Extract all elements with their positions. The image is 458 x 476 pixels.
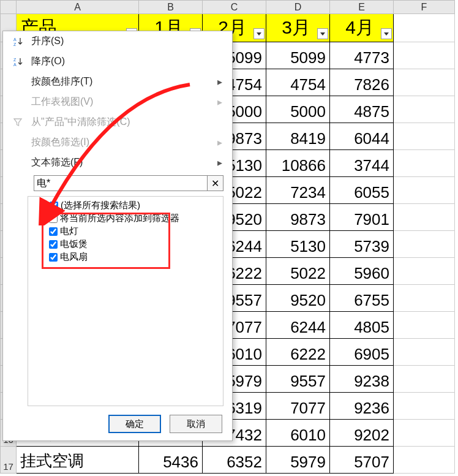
cell[interactable] (394, 96, 455, 123)
tree-select-all[interactable]: ⊟ (选择所有搜索结果) (31, 199, 220, 212)
menu-filter-by-color: 按颜色筛选(I) ▸ (3, 132, 232, 153)
cell[interactable]: 5960 (330, 258, 394, 285)
menu-label: 按颜色排序(T) (31, 75, 92, 88)
tree-label: 电风扇 (60, 251, 88, 263)
cell[interactable]: 6055 (330, 177, 394, 204)
cell[interactable] (394, 150, 455, 177)
cell[interactable] (394, 69, 455, 96)
cell[interactable]: 9202 (330, 420, 394, 447)
filter-button-D[interactable] (317, 28, 328, 39)
cell[interactable] (394, 177, 455, 204)
select-all-corner[interactable] (1, 1, 17, 14)
cell[interactable]: 6222 (266, 339, 330, 366)
cell[interactable]: 4805 (330, 312, 394, 339)
filter-button-E[interactable] (381, 28, 392, 39)
cell[interactable]: 6755 (330, 285, 394, 312)
tree-item[interactable]: 电灯 (31, 225, 220, 238)
checkbox[interactable] (49, 227, 58, 236)
svg-text:Z: Z (13, 58, 17, 62)
checkbox[interactable] (50, 202, 58, 210)
filter-search-input[interactable] (34, 175, 208, 191)
tree-add-current[interactable]: 将当前所选内容添加到筛选器 (31, 212, 220, 225)
cell[interactable]: 7234 (266, 177, 330, 204)
menu-sort-asc[interactable]: AZ 升序(S) (3, 31, 232, 51)
cell[interactable] (394, 312, 455, 339)
cell[interactable]: 4773 (330, 42, 394, 69)
checkbox[interactable] (49, 214, 58, 223)
cell[interactable]: 4754 (266, 69, 330, 96)
cell[interactable]: 5739 (330, 231, 394, 258)
cell[interactable] (394, 447, 455, 474)
menu-sort-by-color[interactable]: 按颜色排序(T) ▸ (3, 72, 232, 92)
cell[interactable] (394, 420, 455, 447)
cell[interactable]: 6352 (203, 447, 266, 474)
svg-text:A: A (13, 62, 17, 67)
col-header-C[interactable]: C (203, 1, 266, 14)
header-cell-apr[interactable]: 4月 (330, 14, 394, 42)
cell[interactable]: 9557 (266, 366, 330, 393)
cell[interactable]: 7826 (330, 69, 394, 96)
cell[interactable] (394, 204, 455, 231)
cell[interactable]: 9238 (330, 366, 394, 393)
col-header-D[interactable]: D (266, 1, 330, 14)
tree-item[interactable]: 电风扇 (31, 251, 220, 263)
cell[interactable]: 4875 (330, 96, 394, 123)
cell[interactable]: 10866 (266, 150, 330, 177)
menu-sort-desc[interactable]: ZA 降序(O) (3, 51, 232, 72)
menu-label: 工作表视图(V) (31, 96, 93, 108)
header-label: 4月 (345, 17, 374, 37)
cell[interactable]: 7077 (266, 393, 330, 420)
cell[interactable]: 5436 (139, 447, 203, 474)
cell[interactable]: 8419 (266, 123, 330, 150)
cell[interactable]: 5022 (266, 258, 330, 285)
col-header-B[interactable]: B (139, 1, 203, 14)
col-header-F[interactable]: F (394, 1, 455, 14)
cell[interactable]: 5099 (266, 42, 330, 69)
cell[interactable]: 9873 (266, 204, 330, 231)
checkbox[interactable] (49, 253, 58, 262)
cell[interactable] (394, 258, 455, 285)
chevron-right-icon: ▸ (217, 137, 222, 148)
menu-label: 降序(O) (31, 55, 65, 68)
row-header[interactable]: 17 (1, 447, 17, 474)
cell[interactable] (394, 339, 455, 366)
menu-label: 从"产品"中清除筛选(C) (31, 116, 130, 129)
menu-sheet-view: 工作表视图(V) ▸ (3, 92, 232, 112)
cell[interactable]: 6044 (330, 123, 394, 150)
cell[interactable]: 5130 (266, 231, 330, 258)
cell[interactable]: 7901 (330, 204, 394, 231)
tree-label: 电饭煲 (60, 238, 88, 250)
cell[interactable]: 6905 (330, 339, 394, 366)
cell[interactable]: 5000 (266, 96, 330, 123)
cell[interactable]: 6244 (266, 312, 330, 339)
ok-button[interactable]: 确定 (108, 415, 161, 433)
cell[interactable]: 9520 (266, 285, 330, 312)
cell[interactable] (394, 42, 455, 69)
cell[interactable]: 3744 (330, 150, 394, 177)
cancel-button[interactable]: 取消 (170, 415, 222, 433)
cell[interactable] (394, 366, 455, 393)
cell[interactable]: 挂式空调 (17, 447, 139, 474)
col-header-E[interactable]: E (330, 1, 394, 14)
cell[interactable] (394, 393, 455, 420)
col-header-A[interactable]: A (17, 1, 139, 14)
filter-button-C[interactable] (253, 28, 265, 39)
tree-label: 电灯 (60, 225, 78, 237)
cell[interactable]: 9236 (330, 393, 394, 420)
cell[interactable]: 5707 (330, 447, 394, 474)
checkbox[interactable] (49, 240, 58, 249)
menu-clear-filter: 从"产品"中清除筛选(C) (3, 112, 232, 132)
cell[interactable]: 5979 (266, 447, 330, 474)
menu-text-filter[interactable]: 文本筛选(F) ▸ (3, 153, 232, 173)
header-cell-mar[interactable]: 3月 (266, 14, 330, 42)
tree-item[interactable]: 电饭煲 (31, 238, 220, 251)
cell[interactable] (394, 123, 455, 150)
clear-search-button[interactable]: ✕ (208, 175, 223, 191)
cell[interactable] (394, 14, 455, 42)
header-label: 3月 (282, 17, 310, 37)
cell[interactable] (394, 231, 455, 258)
cell[interactable]: 6010 (266, 420, 330, 447)
menu-label: 升序(S) (31, 35, 64, 48)
tree-label: (选择所有搜索结果) (61, 200, 140, 211)
cell[interactable] (394, 285, 455, 312)
